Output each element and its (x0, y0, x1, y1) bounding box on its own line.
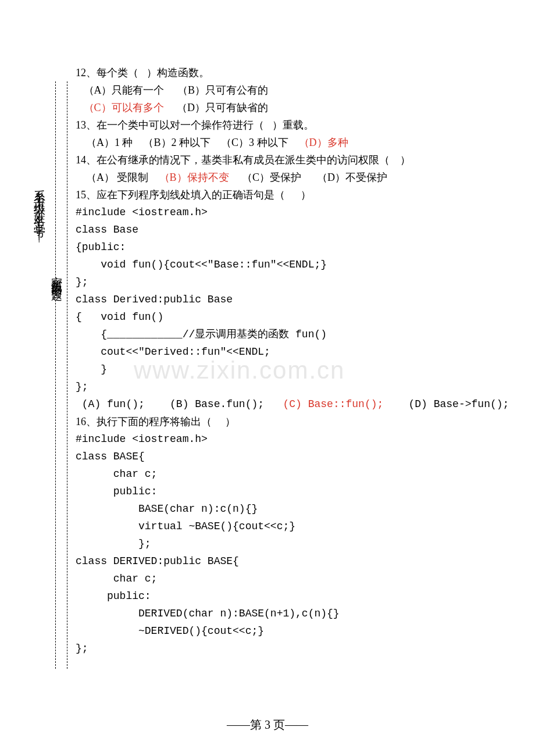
text-line: class BASE{ (76, 448, 506, 465)
answer-highlight: （C）可以有多个 (84, 102, 164, 113)
text-line: ~DERIVED(){cout<<c;} (76, 622, 506, 640)
text-line: class DERIVED:public BASE{ (76, 552, 506, 570)
text-line: public: (76, 483, 506, 500)
answer-highlight: （B）保持不变 (159, 172, 229, 183)
sidebar-col-2: 密封线内不答题 (49, 268, 65, 284)
text-line: （A） 受限制 （B）保持不变 （C）受保护 （D）不受保护 (76, 169, 506, 186)
text-line: DERIVED(char n):BASE(n+1),c(n){} (76, 605, 506, 622)
document-body: 12、每个类（ ）构造函数。 （A）只能有一个 （B）只可有公有的 （C）可以有… (76, 64, 506, 657)
text-line: cout<<"Derived::fun"<<ENDL; (76, 343, 506, 361)
text-line: }; (76, 640, 506, 657)
text-line: BASE(char n):c(n){} (76, 500, 506, 518)
text-line: }; (76, 378, 506, 395)
text-line: 14、在公有继承的情况下，基类非私有成员在派生类中的访问权限（ ） (76, 151, 506, 169)
text-line: （A）1 种 （B）2 种以下 （C）3 种以下 （D）多种 (76, 134, 506, 151)
text-line: {____________//显示调用基类的函数 fun() (76, 326, 506, 343)
text-line: class Derived:public Base (76, 291, 506, 308)
answer-highlight: （D）多种 (299, 137, 348, 148)
text-line: { void fun() (76, 308, 506, 326)
text-line: class Base (76, 221, 506, 238)
text-line: 12、每个类（ ）构造函数。 (76, 64, 506, 81)
answer-highlight: (C) Base::fun(); (283, 398, 383, 410)
text-line: char c; (76, 570, 506, 587)
text-line: public: (76, 587, 506, 605)
dashed-line-outer (67, 81, 67, 669)
dashed-line-inner (55, 81, 56, 669)
text-line: }; (76, 273, 506, 291)
text-line: 13、在一个类中可以对一个操作符进行（ ）重载。 (76, 116, 506, 134)
page-footer: ——第 3 页—— (0, 717, 535, 733)
text-line: (A) fun(); (B) Base.fun(); (C) Base::fun… (76, 395, 506, 413)
text-line: {public: (76, 238, 506, 256)
text-line: virtual ~BASE(){cout<<c;} (76, 518, 506, 535)
text-line: void fun(){cout<<"Base::fun"<<ENDL;} (76, 256, 506, 273)
text-line: #include <iostream.h> (76, 204, 506, 221)
text-line: （A）只能有一个 （B）只可有公有的 (76, 81, 506, 99)
text-line: 15、应在下列程序划线处填入的正确语句是（ ） (76, 186, 506, 204)
text-line: 16、执行下面的程序将输出（ ） (76, 413, 506, 430)
text-line: }; (76, 535, 506, 552)
sidebar-col-1: 系名＿＿＿班级＿＿＿姓名＿＿＿学号＿＿＿ (32, 180, 48, 227)
text-line: #include <iostream.h> (76, 430, 506, 448)
text-line: } (76, 361, 506, 378)
text-line: char c; (76, 465, 506, 483)
text-line: （C）可以有多个 （D）只可有缺省的 (76, 99, 506, 116)
